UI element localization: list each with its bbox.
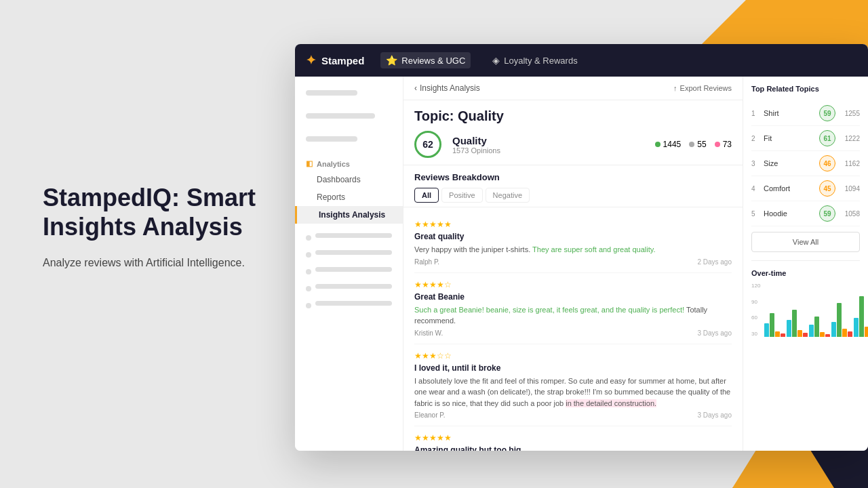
review-item: ★★★★☆ Great Beanie Such a great Beanie! … xyxy=(414,273,732,344)
sidebar-skeleton-row-3 xyxy=(295,263,403,280)
over-time-chart: 120 90 60 30 xyxy=(751,283,860,337)
export-reviews-button[interactable]: ↑ Export Reviews xyxy=(673,84,732,92)
bar-green xyxy=(814,317,819,337)
view-all-button[interactable]: View All xyxy=(751,232,860,252)
skeleton-line xyxy=(315,233,392,238)
review-title: Great quality xyxy=(414,232,732,241)
review-title: I loved it, until it broke xyxy=(414,363,732,373)
neutral-badge: 55 xyxy=(689,140,706,149)
neutral-dot xyxy=(689,142,694,147)
review-title: Great Beanie xyxy=(414,292,732,302)
related-topic-item[interactable]: 1 Shirt 59 1255 xyxy=(751,101,860,126)
review-tab-positive[interactable]: Positive xyxy=(441,188,483,203)
reviewer-name: Eleanor P. xyxy=(414,411,445,419)
over-time-section: Over-time 120 90 60 30 xyxy=(751,260,860,337)
topic-detail-header: ‹ Insights Analysis ↑ Export Reviews xyxy=(403,77,743,100)
related-score-badge: 61 xyxy=(819,130,835,146)
reviews-breakdown-title: Reviews Breakdown xyxy=(414,172,732,182)
bar-green xyxy=(837,303,842,337)
bar-orange xyxy=(820,332,825,337)
review-body: I absolutely love the fit and feel of th… xyxy=(414,375,732,409)
topic-detail-title-section: Topic: Quality 62 Quality 1573 Opinions … xyxy=(403,100,743,165)
nav-logo: ✦ Stamped xyxy=(306,53,364,68)
related-count: 1094 xyxy=(840,185,860,192)
skeleton-dot xyxy=(306,235,311,241)
export-reviews-icon: ↑ xyxy=(673,84,677,92)
related-topic-name: Fit xyxy=(761,134,819,142)
related-topic-item[interactable]: 5 Hoodie 59 1058 xyxy=(751,201,860,226)
quality-label: Quality xyxy=(452,135,500,146)
logo-text: Stamped xyxy=(321,55,364,66)
skeleton-dot xyxy=(306,303,311,308)
skeleton-line xyxy=(315,301,392,306)
review-item: ★★★★★ Amazing quality but too big. These… xyxy=(414,426,732,451)
y-label: 60 xyxy=(751,314,760,321)
related-topic-num: 5 xyxy=(751,210,761,218)
review-date: 3 Days ago xyxy=(697,329,732,337)
related-topic-item[interactable]: 3 Size 46 1162 xyxy=(751,151,860,176)
hero-subtitle: Analyze reviews with Artificial Intellig… xyxy=(43,255,300,271)
review-meta: Ralph P. 2 Days ago xyxy=(414,258,732,266)
left-text-area: StampedIQ: Smart Insights Analysis Analy… xyxy=(43,183,300,271)
reviews-list: ★★★★★ Great quality Very happy with the … xyxy=(403,207,743,451)
review-body: Such a great Beanie! beanie, size is gre… xyxy=(414,304,732,327)
related-count: 1222 xyxy=(840,135,860,142)
back-link[interactable]: ‹ Insights Analysis xyxy=(414,83,480,93)
review-item: ★★★☆☆ I loved it, until it broke I absol… xyxy=(414,344,732,427)
bar-green xyxy=(770,313,774,337)
y-label: 90 xyxy=(751,299,760,305)
related-count: 1255 xyxy=(840,110,860,117)
related-topic-num: 3 xyxy=(751,160,761,167)
negative-dot xyxy=(715,142,720,147)
main-content: Insights Analysis ↑ Export All Favourite… xyxy=(403,77,743,451)
bar-green xyxy=(859,296,864,337)
review-item: ★★★★★ Great quality Very happy with the … xyxy=(414,213,732,273)
review-body: Very happy with the juniper t-shirts. Th… xyxy=(414,244,732,256)
related-topic-name: Shirt xyxy=(761,109,819,117)
related-score-badge: 59 xyxy=(819,205,835,222)
related-topic-name: Comfort xyxy=(761,184,819,192)
review-date: 2 Days ago xyxy=(697,258,732,266)
sidebar-item-reports[interactable]: Reports xyxy=(295,188,403,206)
negative-badge: 73 xyxy=(715,140,732,149)
skeleton-dot xyxy=(306,252,311,258)
nav-item-loyalty[interactable]: ◈ Loyalty & Rewards xyxy=(487,52,583,68)
related-score-badge: 59 xyxy=(819,105,835,121)
skeleton-line xyxy=(315,250,392,255)
positive-count: 1445 xyxy=(663,140,682,149)
bar-orange xyxy=(865,327,868,337)
opinions-count: 1573 Opinions xyxy=(452,146,500,155)
sidebar-item-insights[interactable]: Insights Analysis xyxy=(295,206,403,224)
sidebar-skeleton-row-1 xyxy=(295,229,403,246)
related-score-badge: 45 xyxy=(819,180,835,197)
related-topic-num: 4 xyxy=(751,185,761,192)
back-arrow-icon: ‹ xyxy=(414,83,417,93)
skeleton-line xyxy=(306,113,375,119)
skeleton-line xyxy=(306,90,357,96)
sidebar-skeleton-row-4 xyxy=(295,280,403,297)
positive-badge: 1445 xyxy=(655,140,682,149)
nav-item-reviews[interactable]: ⭐ Reviews & UGC xyxy=(380,52,471,68)
skeleton-line xyxy=(306,136,357,142)
nav-loyalty-label: Loyalty & Rewards xyxy=(504,56,577,66)
related-topic-item[interactable]: 4 Comfort 45 1094 xyxy=(751,176,860,201)
right-panel: Top Related Topics 1 Shirt 59 1255 2 Fit… xyxy=(743,77,868,451)
app-body: ◧ Analytics Dashboards Reports Insights … xyxy=(295,77,868,451)
bar-group xyxy=(831,303,852,337)
negative-count: 73 xyxy=(723,140,732,149)
sidebar-skeleton-3 xyxy=(295,131,403,151)
sidebar-item-dashboards[interactable]: Dashboards xyxy=(295,171,403,188)
loyalty-icon: ◈ xyxy=(492,55,500,66)
skeleton-line xyxy=(315,284,392,289)
reviewer-name: Ralph P. xyxy=(414,258,439,266)
related-topic-item[interactable]: 2 Fit 61 1222 xyxy=(751,126,860,151)
nav-reviews-label: Reviews & UGC xyxy=(401,56,465,66)
over-time-title: Over-time xyxy=(751,269,860,277)
review-tab-negative[interactable]: Negative xyxy=(486,188,530,203)
bar-group xyxy=(764,313,785,337)
bar-red xyxy=(803,333,808,337)
hero-title: StampedIQ: Smart Insights Analysis xyxy=(43,183,300,241)
bar-teal xyxy=(787,320,791,337)
review-stars: ★★★★★ xyxy=(414,220,732,229)
review-tab-all[interactable]: All xyxy=(414,188,439,203)
